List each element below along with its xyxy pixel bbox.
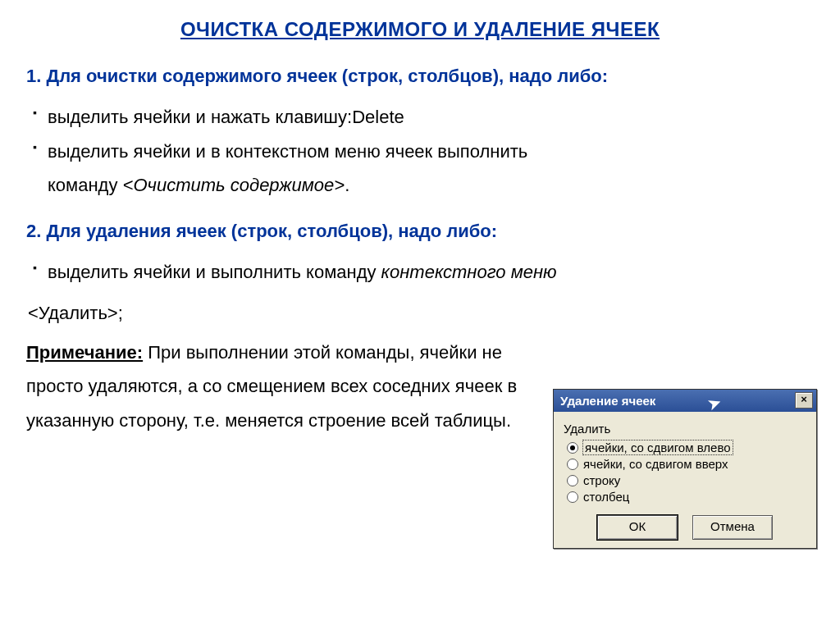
dialog-group-label: Удалить — [564, 422, 808, 436]
delete-cells-dialog: Удаление ячеек ➤ × Удалить ячейки, со сд… — [553, 389, 817, 549]
radio-icon — [567, 459, 578, 470]
dialog-titlebar: Удаление ячеек ➤ × — [554, 390, 816, 412]
cmd-prefix: команду — [48, 175, 123, 195]
delete-command-line: <Удалить>; — [28, 296, 814, 331]
cancel-button[interactable]: Отмена — [692, 515, 773, 540]
radio-icon — [567, 475, 578, 486]
cmd-suffix: . — [345, 175, 349, 195]
bullet-text: выделить ячейки и нажать клавишу:Delete — [48, 107, 404, 127]
dialog-title-text: Удаление ячеек — [560, 394, 655, 408]
radio-option-shift-left[interactable]: ячейки, со сдвигом влево — [567, 441, 808, 454]
ok-button[interactable]: ОК — [597, 515, 678, 540]
radio-option-column[interactable]: столбец — [567, 490, 808, 504]
radio-label: ячейки, со сдвигом вверх — [583, 457, 728, 471]
radio-label: строку — [583, 473, 620, 487]
bullet-text-line-2: команду <Очистить содержимое>. — [48, 168, 814, 203]
context-menu-phrase: контекстного меню — [381, 262, 557, 282]
radio-icon — [567, 442, 578, 454]
radio-label: ячейки, со сдвигом влево — [583, 441, 733, 454]
bullet-text-line-1: выделить ячейки и в контекстном меню яче… — [48, 135, 814, 169]
cursor-icon: ➤ — [705, 393, 724, 414]
note-paragraph: Примечание: При выполнении этой команды,… — [26, 336, 527, 438]
section-1-list: выделить ячейки и нажать клавишу:Delete … — [26, 100, 814, 203]
section-1-heading: 1. Для очистки содержимого ячеек (строк,… — [26, 59, 814, 94]
radio-icon — [567, 491, 578, 503]
dialog-button-row: ОК Отмена — [562, 515, 808, 540]
section-2-list: выделить ячейки и выполнить команду конт… — [26, 255, 814, 290]
section-2-heading: 2. Для удаления ячеек (строк, столбцов),… — [26, 214, 814, 249]
list-item: выделить ячейки и в контекстном меню яче… — [33, 135, 814, 203]
radio-option-shift-up[interactable]: ячейки, со сдвигом вверх — [567, 457, 808, 471]
note-label: Примечание: — [26, 342, 143, 363]
command-name: <Очистить содержимое> — [123, 175, 345, 195]
bullet-text: выделить ячейки и выполнить команду — [48, 262, 381, 282]
radio-label: столбец — [583, 490, 629, 504]
page-title: ОЧИСТКА СОДЕРЖИМОГО И УДАЛЕНИЕ ЯЧЕЕК — [26, 18, 814, 41]
radio-option-row[interactable]: строку — [567, 473, 808, 487]
list-item: выделить ячейки и выполнить команду конт… — [33, 255, 814, 290]
dialog-body: Удалить ячейки, со сдвигом влево ячейки,… — [554, 412, 816, 548]
close-button[interactable]: × — [795, 392, 813, 409]
list-item: выделить ячейки и нажать клавишу:Delete — [33, 100, 814, 135]
